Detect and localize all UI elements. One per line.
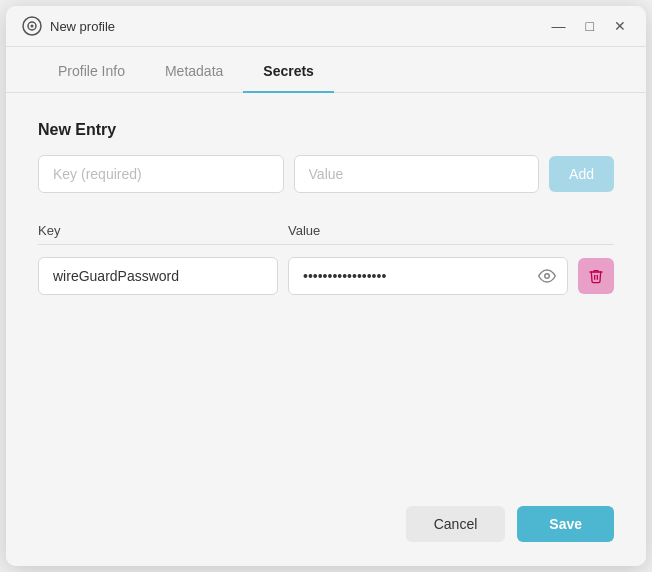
close-button[interactable]: ✕ [610, 16, 630, 36]
value-input-new[interactable] [294, 155, 540, 193]
minimize-button[interactable]: — [548, 16, 570, 36]
table-header: Key Value [38, 217, 614, 245]
app-window: New profile — □ ✕ Profile Info Metadata … [6, 6, 646, 566]
new-entry-row: Add [38, 155, 614, 193]
toggle-visibility-button-0[interactable] [538, 267, 556, 285]
tab-metadata[interactable]: Metadata [145, 47, 243, 93]
footer: Cancel Save [6, 490, 646, 566]
app-icon [22, 16, 42, 36]
col-value-header: Value [288, 223, 614, 238]
tab-profile-info[interactable]: Profile Info [38, 47, 145, 93]
titlebar: New profile — □ ✕ [6, 6, 646, 47]
window-title: New profile [50, 19, 115, 34]
key-input-new[interactable] [38, 155, 284, 193]
cancel-button[interactable]: Cancel [406, 506, 506, 542]
section-title: New Entry [38, 121, 614, 139]
add-button[interactable]: Add [549, 156, 614, 192]
key-field-0[interactable] [38, 257, 278, 295]
tab-bar: Profile Info Metadata Secrets [6, 47, 646, 93]
svg-point-3 [545, 274, 550, 279]
svg-point-2 [31, 25, 34, 28]
tab-secrets[interactable]: Secrets [243, 47, 334, 93]
value-wrapper-0 [288, 257, 568, 295]
titlebar-left: New profile [22, 16, 115, 36]
titlebar-controls: — □ ✕ [548, 16, 630, 36]
eye-icon [538, 267, 556, 285]
value-field-0[interactable] [288, 257, 568, 295]
delete-button-0[interactable] [578, 258, 614, 294]
save-button[interactable]: Save [517, 506, 614, 542]
trash-icon [588, 268, 604, 284]
main-content: New Entry Add Key Value [6, 93, 646, 490]
table-row [38, 249, 614, 303]
maximize-button[interactable]: □ [582, 16, 598, 36]
col-key-header: Key [38, 223, 278, 238]
